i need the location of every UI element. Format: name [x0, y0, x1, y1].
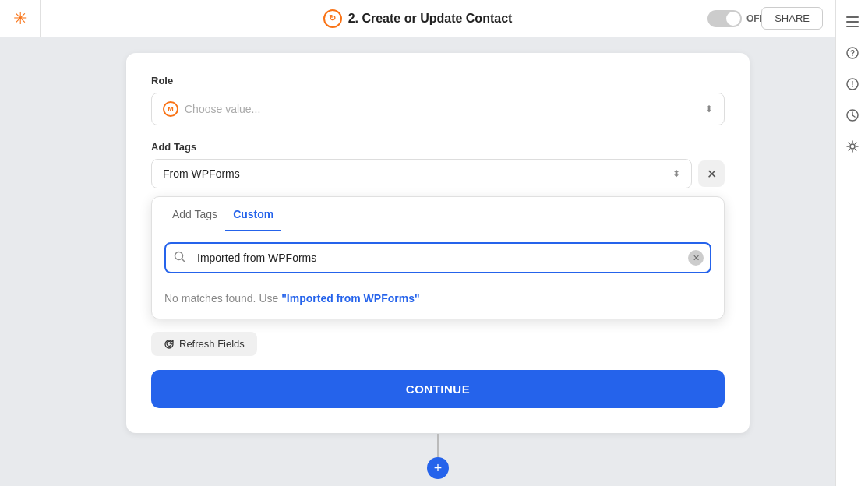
connector-area: + — [41, 427, 835, 486]
tags-row: From WPForms ⬍ ✕ — [151, 159, 725, 188]
app-logo: ✳ — [0, 0, 41, 37]
tabs-row: Add Tags Custom — [152, 197, 724, 231]
svg-point-10 — [850, 144, 855, 149]
refresh-label: Refresh Fields — [179, 338, 245, 350]
add-step-button[interactable]: + — [427, 457, 449, 479]
close-tags-button[interactable]: ✕ — [698, 160, 725, 187]
svg-rect-0 — [846, 16, 859, 18]
svg-line-9 — [852, 115, 855, 117]
menu-icon[interactable] — [840, 9, 865, 34]
tab-add-tags[interactable]: Add Tags — [164, 197, 225, 231]
search-input[interactable] — [164, 242, 711, 273]
header: ↻ 2. Create or Update Contact OFF SHARE — [0, 0, 835, 37]
toggle-knob — [726, 12, 740, 26]
chevron-ud-icon: ⬍ — [705, 104, 713, 114]
connector-line — [437, 434, 439, 457]
no-matches-prefix: Use — [259, 292, 281, 305]
svg-text:?: ? — [849, 49, 854, 58]
alert-icon[interactable]: ! — [840, 72, 865, 97]
tab-custom[interactable]: Custom — [225, 197, 281, 231]
search-area: ✕ — [152, 231, 724, 284]
snowflake-icon: ✳ — [13, 9, 27, 29]
add-tags-label: Add Tags — [151, 141, 725, 153]
tags-select-value: From WPForms — [163, 167, 240, 180]
gear-icon[interactable] — [840, 134, 865, 159]
svg-text:!: ! — [851, 80, 853, 89]
search-wrapper: ✕ — [164, 242, 711, 273]
share-button[interactable]: SHARE — [761, 7, 823, 30]
right-sidebar: ? ! — [835, 0, 868, 486]
main-content: Role M Choose value... ⬍ Add Tags From W… — [41, 37, 835, 486]
page-title: 2. Create or Update Contact — [348, 12, 513, 26]
role-select[interactable]: M Choose value... ⬍ — [151, 93, 725, 125]
search-clear-button[interactable]: ✕ — [688, 250, 704, 266]
clock-icon[interactable] — [840, 103, 865, 128]
main-card: Role M Choose value... ⬍ Add Tags From W… — [126, 53, 750, 433]
refresh-icon — [164, 339, 175, 350]
refresh-fields-button[interactable]: Refresh Fields — [151, 332, 257, 356]
header-title: ↻ 2. Create or Update Contact — [323, 9, 513, 28]
use-tag-link[interactable]: "Imported from WPForms" — [281, 292, 419, 305]
dropdown-panel: Add Tags Custom ✕ No ma — [151, 196, 725, 319]
svg-line-12 — [182, 259, 185, 262]
no-matches-text: No matches found. — [164, 292, 256, 305]
search-icon — [174, 251, 185, 265]
toggle-container: OFF — [707, 10, 765, 27]
tags-select[interactable]: From WPForms ⬍ — [151, 159, 692, 188]
tags-chevron-icon: ⬍ — [672, 168, 680, 179]
role-label: Role — [151, 75, 725, 86]
svg-rect-2 — [846, 26, 859, 27]
svg-rect-1 — [846, 21, 859, 23]
continue-button[interactable]: CONTINUE — [151, 370, 725, 408]
role-placeholder: Choose value... — [185, 103, 260, 115]
help-icon[interactable]: ? — [840, 40, 865, 65]
field-icon: M — [163, 101, 178, 117]
step-icon: ↻ — [323, 9, 342, 28]
role-select-inner: M Choose value... — [163, 101, 260, 117]
no-matches-message: No matches found. Use "Imported from WPF… — [152, 284, 724, 319]
toggle-switch[interactable] — [707, 10, 742, 27]
